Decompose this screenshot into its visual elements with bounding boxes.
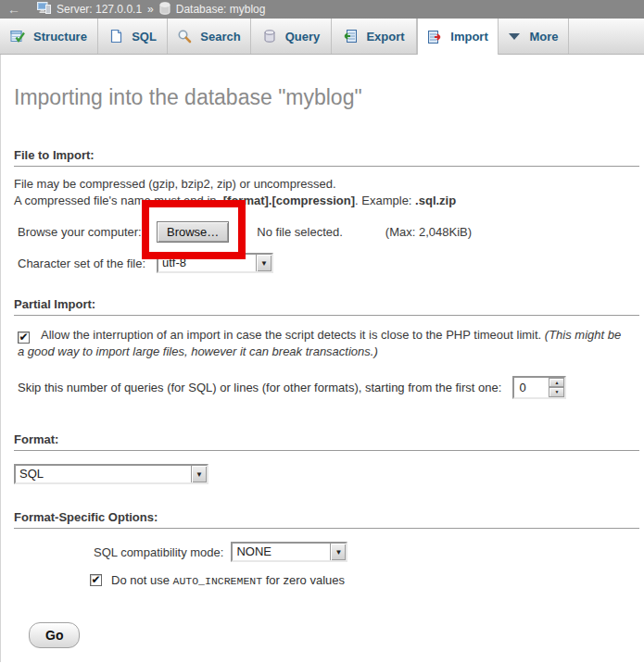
breadcrumb-server[interactable]: Server: 127.0.0.1 [57,3,142,16]
compression-hint-line1: File may be compressed (gzip, bzip2, zip… [14,176,631,192]
skip-queries-stepper[interactable]: 0 ▲ ▼ [512,376,566,399]
search-icon [177,29,192,44]
interrupt-text: Allow the interruption of an import in c… [41,328,545,342]
sql-compatibility-value: NONE [233,544,330,560]
compression-hint-line2: A compressed file's name must end in .[f… [14,193,631,208]
no-file-selected-text: No file selected. [257,225,343,239]
charset-label: Character set of the file: [18,256,157,270]
combo-arrow-icon[interactable]: ▼ [191,466,207,482]
tab-sql[interactable]: SQL [98,19,168,54]
query-icon [262,29,277,44]
stepper-up-icon[interactable]: ▲ [549,378,564,388]
tab-label: Search [200,30,240,44]
sql-compatibility-select[interactable]: NONE ▼ [231,542,347,562]
stepper-down-icon[interactable]: ▼ [549,387,564,397]
tab-label: Structure [33,30,87,44]
tab-label: SQL [132,30,157,44]
hint-format-pattern: .[format].[compression] [220,194,355,207]
tab-label: Import [450,30,487,44]
section-heading-partial-import: Partial Import: [14,297,639,316]
breadcrumb-separator: » [147,3,154,16]
section-heading-file-to-import: File to Import: [14,148,639,167]
auto-increment-checkbox[interactable]: ✔ [90,574,102,586]
hint-text: . Example: [355,194,415,207]
sql-icon [108,29,123,44]
chevron-down-icon [508,32,521,41]
autoinc-pre: Do not use [111,573,173,587]
tab-import[interactable]: Import [417,19,499,55]
breadcrumb-database[interactable]: Database: myblog [176,3,266,16]
go-button[interactable]: Go [29,622,80,648]
breadcrumb-bar: ← Server: 127.0.0.1 » Database: myblog [0,0,644,19]
interrupt-checkbox[interactable]: ✔ [18,332,30,344]
charset-select[interactable]: utf-8 ▼ [157,253,273,273]
combo-arrow-icon[interactable]: ▼ [256,255,271,271]
charset-selected-value: utf-8 [158,255,256,271]
format-select[interactable]: SQL ▼ [14,464,208,484]
tab-label: Export [366,30,404,44]
section-heading-format-specific-options: Format-Specific Options: [14,510,639,529]
autoinc-keyword: AUTO_INCREMENT [173,575,263,587]
tab-query[interactable]: Query [251,19,332,54]
partial-import-option: ✔Allow the interruption of an import in … [18,327,629,360]
tab-structure[interactable]: Structure [0,19,98,54]
format-selected-value: SQL [16,466,191,482]
database-icon [159,2,170,18]
browse-row: Browse your computer: Browse… No file se… [18,219,644,244]
tab-label: More [529,30,558,44]
tab-more[interactable]: More [499,19,569,54]
skip-queries-row: Skip this number of queries (for SQL) or… [18,375,644,399]
structure-icon [10,29,25,44]
skip-queries-label: Skip this number of queries (for SQL) or… [18,381,501,394]
charset-row: Character set of the file: utf-8 ▼ [18,253,644,273]
section-heading-format: Format: [14,432,639,451]
auto-increment-row: ✔ Do not use AUTO_INCREMENT for zero val… [90,573,644,587]
import-page: Importing into the database "myblog" Fil… [0,55,644,662]
back-arrow-icon[interactable]: ← [7,2,20,17]
autoinc-post: for zero values [262,573,345,587]
auto-increment-text: Do not use AUTO_INCREMENT for zero value… [111,573,345,587]
browse-button[interactable]: Browse… [157,221,229,243]
hint-text: A compressed file's name must end in [14,194,220,207]
tab-label: Query [285,30,321,44]
sql-compatibility-row: SQL compatibility mode: NONE ▼ [94,542,644,562]
import-icon [427,30,442,44]
browse-label: Browse your computer: [18,225,157,239]
tab-search[interactable]: Search [168,19,251,54]
sql-compatibility-label: SQL compatibility mode: [94,545,223,559]
tab-export[interactable]: Export [332,19,417,54]
skip-queries-value[interactable]: 0 [514,378,549,397]
tab-bar: Structure SQL Search Query [0,19,644,55]
export-icon [343,29,358,44]
combo-arrow-icon[interactable]: ▼ [330,544,346,560]
page-title: Importing into the database "myblog" [14,55,644,109]
server-icon [37,2,51,17]
hint-example: .sql.zip [415,194,456,207]
max-size-text: (Max: 2,048KiB) [385,225,472,239]
